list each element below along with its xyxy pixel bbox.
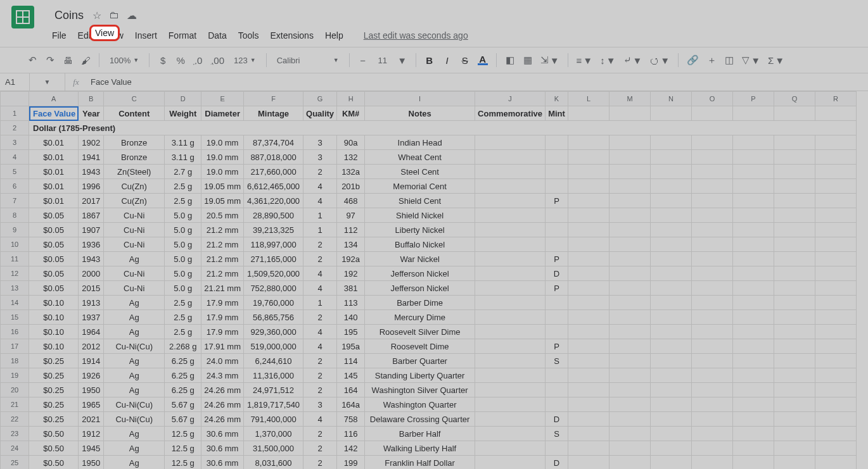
data-cell[interactable] [545,368,568,383]
data-cell[interactable]: 1913 [79,296,104,310]
data-cell[interactable]: 192 [337,266,365,281]
data-cell[interactable]: 19.0 mm [201,135,244,150]
data-cell[interactable]: 140 [337,310,365,325]
data-cell[interactable]: $0.01 [29,135,79,150]
data-cell[interactable]: 2 [303,383,337,397]
data-cell[interactable] [545,310,568,325]
data-cell[interactable]: 2021 [79,412,104,427]
data-cell[interactable]: 758 [337,412,365,427]
data-cell[interactable]: P [545,194,568,208]
data-cell[interactable]: 28,890,500 [244,208,303,223]
data-cell[interactable]: 56,865,756 [244,310,303,325]
menu-file[interactable]: File [47,28,72,43]
data-cell[interactable] [475,223,546,237]
data-cell[interactable]: Ag [104,354,165,368]
data-cell[interactable]: 2 [303,354,337,368]
data-cell[interactable] [475,252,546,266]
data-cell[interactable]: Ag [104,427,165,441]
data-cell[interactable]: Shield Cent [365,194,475,208]
data-cell[interactable]: 192a [337,252,365,266]
data-cell[interactable]: P [545,281,568,296]
data-cell[interactable]: 1 [303,223,337,237]
data-cell[interactable]: 1996 [79,179,104,194]
data-cell[interactable]: 17.9 mm [201,296,244,310]
data-cell[interactable]: 19,760,000 [244,296,303,310]
text-color-button[interactable]: A [476,52,490,68]
data-cell[interactable]: 1 [303,208,337,223]
data-cell[interactable]: Wheat Cent [365,150,475,165]
data-cell[interactable]: 1943 [79,165,104,179]
data-cell[interactable]: 1,819,717,540 [244,397,303,412]
zoom-select[interactable]: 100%▼ [106,52,143,68]
col-header[interactable]: N [650,92,691,106]
bold-button[interactable]: B [423,52,437,68]
data-cell[interactable]: 2.7 g [165,165,201,179]
data-cell[interactable]: 164 [337,383,365,397]
data-cell[interactable]: 114 [337,354,365,368]
data-cell[interactable]: 1943 [79,252,104,266]
data-cell[interactable]: 87,374,704 [244,135,303,150]
menu-data[interactable]: Data [203,28,232,43]
data-cell[interactable]: D [545,456,568,470]
data-cell[interactable]: Ag [104,252,165,266]
row-header[interactable]: 9 [1,223,29,237]
data-cell[interactable]: 17.91 mm [201,339,244,354]
cloud-status-icon[interactable]: ☁ [127,9,137,22]
text-rotation-icon[interactable]: ⭯▼ [648,52,672,68]
data-cell[interactable] [475,208,546,223]
data-cell[interactable]: 6.25 g [165,383,201,397]
col-header[interactable]: D [165,92,201,106]
data-cell[interactable]: 6.25 g [165,368,201,383]
vert-align-icon[interactable]: ↕▼ [598,52,617,68]
data-cell[interactable]: 5.0 g [165,266,201,281]
data-cell[interactable]: D [545,266,568,281]
data-cell[interactable]: Buffalo Nickel [365,237,475,252]
data-cell[interactable]: $0.05 [29,237,79,252]
data-cell[interactable]: 6,612,465,000 [244,179,303,194]
data-cell[interactable]: 1937 [79,310,104,325]
header-cell[interactable]: Mint [545,106,568,121]
data-cell[interactable]: Cu-Ni [104,208,165,223]
data-cell[interactable]: 1,509,520,000 [244,266,303,281]
data-cell[interactable] [475,281,546,296]
data-cell[interactable]: Mercury Dime [365,310,475,325]
fill-color-icon[interactable]: ◧ [503,52,517,68]
font-select[interactable]: Calibri▼ [273,52,343,68]
data-cell[interactable]: 2017 [79,194,104,208]
text-wrap-icon[interactable]: ⤶▼ [622,52,644,68]
horiz-align-icon[interactable]: ≡▼ [575,52,595,68]
data-cell[interactable]: Washington Quarter [365,397,475,412]
data-cell[interactable]: $0.50 [29,441,79,456]
row-header[interactable]: 13 [1,281,29,296]
data-cell[interactable]: $0.10 [29,296,79,310]
data-cell[interactable]: 1941 [79,150,104,165]
row-header[interactable]: 5 [1,165,29,179]
functions-icon[interactable]: Σ▼ [766,52,786,68]
star-icon[interactable]: ☆ [93,9,101,22]
data-cell[interactable] [475,397,546,412]
data-cell[interactable]: 6.25 g [165,354,201,368]
data-cell[interactable]: 21.21 mm [201,281,244,296]
data-cell[interactable]: 145 [337,368,365,383]
data-cell[interactable]: 5.67 g [165,397,201,412]
data-cell[interactable]: 4 [303,281,337,296]
data-cell[interactable]: 1 [303,296,337,310]
data-cell[interactable]: 519,000,000 [244,339,303,354]
data-cell[interactable]: Bronze [104,135,165,150]
data-cell[interactable]: 19.05 mm [201,194,244,208]
data-cell[interactable]: Franklin Half Dollar [365,456,475,470]
col-header[interactable]: G [303,92,337,106]
data-cell[interactable] [475,325,546,339]
header-cell[interactable]: Mintage [244,106,303,121]
data-cell[interactable]: Roosevelt Silver Dime [365,325,475,339]
data-cell[interactable]: Delaware Crossing Quarter [365,412,475,427]
data-cell[interactable]: 113 [337,296,365,310]
row-header[interactable]: 2 [1,121,29,135]
data-cell[interactable]: Ag [104,441,165,456]
data-cell[interactable]: 12.5 g [165,427,201,441]
data-cell[interactable] [475,266,546,281]
font-size-increase-button[interactable]: ▼ [395,52,409,68]
row-header[interactable]: 3 [1,135,29,150]
menu-edit[interactable]: Edit [73,28,98,43]
decrease-decimal-button[interactable]: .0← [191,52,205,68]
